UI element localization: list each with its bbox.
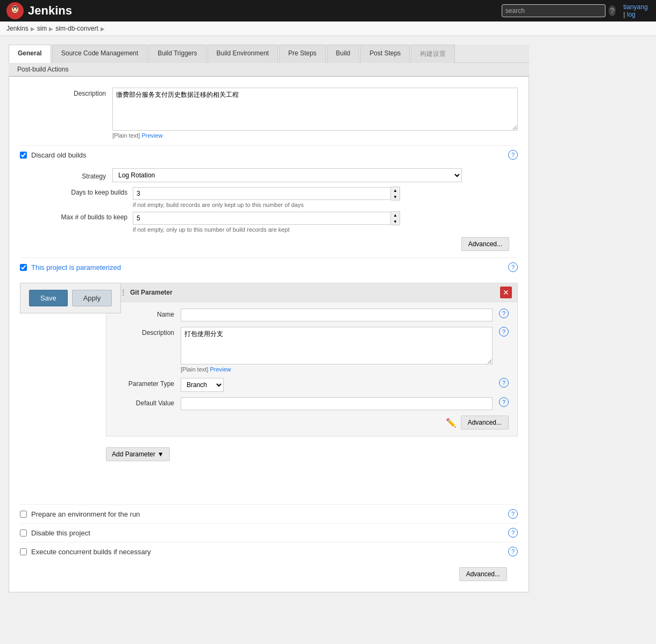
- prepare-env-checkbox[interactable]: [20, 511, 27, 518]
- git-param-name-control: git_branch: [181, 309, 493, 321]
- log-link[interactable]: log: [627, 11, 636, 18]
- parameterized-label[interactable]: This project is parameterized: [31, 263, 121, 271]
- disable-project-help-icon[interactable]: ?: [508, 528, 518, 538]
- breadcrumb-sep-2: ▶: [49, 26, 53, 32]
- git-param-default-control: origin/master: [181, 397, 493, 410]
- description-control: 缴费部分服务支付历史数据迁移的相关工程 [Plain text] Preview: [112, 88, 518, 139]
- days-label: Days to keep builds: [31, 187, 133, 196]
- git-param-body: Name git_branch ? Description 打包使用分支: [106, 302, 517, 436]
- max-input-wrapper: 5 ▲ ▼: [133, 211, 402, 225]
- advanced-btn-wrapper: Advanced...: [31, 237, 509, 251]
- git-advanced-button[interactable]: Advanced...: [461, 416, 509, 430]
- strategy-select[interactable]: Log Rotation: [112, 168, 462, 182]
- apply-button[interactable]: Apply: [72, 290, 112, 306]
- jenkins-icon: [6, 2, 24, 19]
- parameterized-left: This project is parameterized: [20, 263, 121, 271]
- jenkins-logo[interactable]: Jenkins: [6, 2, 72, 19]
- search-input[interactable]: [502, 4, 605, 17]
- days-spinner: ▲ ▼: [391, 187, 400, 201]
- tab-post-steps[interactable]: Post Steps: [360, 45, 410, 63]
- git-param-desc-control: 打包使用分支 [Plain text] Preview: [181, 327, 493, 373]
- tabs: General Source Code Management Build Tri…: [9, 45, 529, 63]
- days-up-btn[interactable]: ▲: [391, 187, 400, 194]
- action-buttons: Save Apply: [20, 283, 121, 313]
- bottom-advanced-wrapper: Advanced...: [20, 567, 518, 581]
- concurrent-builds-help-icon[interactable]: ?: [508, 547, 518, 556]
- desc-help-icon[interactable]: ?: [499, 327, 509, 337]
- tab-pre-steps[interactable]: Pre Steps: [279, 45, 326, 63]
- days-input[interactable]: 3: [133, 187, 391, 200]
- tab-build-env[interactable]: Build Environment: [208, 45, 278, 63]
- jenkins-title: Jenkins: [28, 4, 72, 18]
- tab-build-settings[interactable]: 构建设置: [411, 45, 455, 63]
- discard-help-icon[interactable]: ?: [508, 150, 518, 160]
- strategy-row: Strategy Log Rotation: [41, 168, 518, 182]
- description-label: Description: [20, 88, 106, 97]
- bottom-advanced-button[interactable]: Advanced...: [459, 567, 507, 581]
- description-format-hint: [Plain text] Preview: [112, 132, 518, 139]
- concurrent-builds-label[interactable]: Execute concurrent builds if necessary: [31, 548, 151, 556]
- help-icon[interactable]: ?: [609, 5, 616, 16]
- strategy-section: Strategy Log Rotation Days to keep build…: [31, 168, 518, 251]
- breadcrumb-jenkins[interactable]: Jenkins: [6, 25, 28, 32]
- git-param-desc-label: Description: [115, 327, 174, 337]
- git-preview-link[interactable]: Preview: [210, 366, 231, 373]
- git-param-type-control: Branch: [181, 378, 493, 392]
- strategy-label: Strategy: [41, 170, 106, 180]
- concurrent-builds-left: Execute concurrent builds if necessary: [20, 548, 151, 556]
- breadcrumb: Jenkins ▶ sim ▶ sim-db-convert ▶: [0, 22, 656, 36]
- max-label: Max # of builds to keep: [31, 211, 133, 221]
- param-type-select[interactable]: Branch: [181, 378, 224, 392]
- username-link[interactable]: tianyang: [623, 3, 647, 11]
- header: Jenkins ? tianyang | log: [0, 0, 656, 22]
- type-help-icon[interactable]: ?: [499, 378, 509, 388]
- disable-project-label[interactable]: Disable this project: [31, 529, 90, 537]
- discard-builds-section: Discard old builds ?: [20, 145, 518, 164]
- concurrent-builds-checkbox[interactable]: [20, 548, 27, 555]
- user-info: tianyang | log: [623, 3, 650, 18]
- max-spinner: ▲ ▼: [391, 211, 400, 225]
- breadcrumb-project[interactable]: sim-db-convert: [55, 25, 98, 32]
- git-param-desc-textarea[interactable]: 打包使用分支: [181, 327, 493, 364]
- parameterized-checkbox[interactable]: [20, 264, 27, 271]
- close-git-param-button[interactable]: ✕: [500, 287, 512, 298]
- description-textarea[interactable]: 缴费部分服务支付历史数据迁移的相关工程: [112, 88, 518, 131]
- edit-icon[interactable]: ✏️: [446, 418, 457, 428]
- tab-build-triggers[interactable]: Build Triggers: [148, 45, 206, 63]
- disable-project-checkbox[interactable]: [20, 529, 27, 536]
- days-control: 3 ▲ ▼ if not empty, build records are on…: [133, 187, 402, 208]
- discard-builds-checkbox[interactable]: [20, 152, 27, 159]
- prepare-env-help-icon[interactable]: ?: [508, 509, 518, 519]
- git-param-wrapper: ⋮⋮ Git Parameter ✕ Name git_branch: [106, 283, 518, 461]
- discard-builds-label[interactable]: Discard old builds: [31, 151, 87, 159]
- name-help-icon[interactable]: ?: [499, 309, 509, 318]
- max-down-btn[interactable]: ▼: [391, 218, 400, 225]
- git-param-name-input[interactable]: git_branch: [181, 309, 493, 321]
- add-param-label: Add Parameter: [112, 450, 155, 458]
- plain-text-label: [Plain text]: [112, 132, 140, 139]
- preview-link[interactable]: Preview: [141, 132, 162, 139]
- days-row: Days to keep builds 3 ▲ ▼ if not empty, …: [31, 187, 518, 208]
- tab-scm[interactable]: Source Code Management: [52, 45, 147, 63]
- max-row: Max # of builds to keep 5 ▲ ▼ if not emp…: [31, 211, 518, 233]
- advanced-button[interactable]: Advanced...: [461, 237, 509, 251]
- git-param-title-label: Git Parameter: [130, 289, 173, 296]
- save-button[interactable]: Save: [29, 290, 68, 306]
- days-down-btn[interactable]: ▼: [391, 194, 400, 200]
- default-help-icon[interactable]: ?: [499, 397, 509, 407]
- parameterized-help-icon[interactable]: ?: [508, 262, 518, 272]
- prepare-env-label[interactable]: Prepare an environment for the run: [31, 510, 140, 518]
- breadcrumb-sim[interactable]: sim: [37, 25, 47, 32]
- main-content: General Source Code Management Build Tri…: [0, 36, 538, 601]
- add-parameter-button[interactable]: Add Parameter ▼: [106, 447, 170, 461]
- max-up-btn[interactable]: ▲: [391, 212, 400, 218]
- disable-project-left: Disable this project: [20, 529, 90, 537]
- git-plain-text-label: [Plain text]: [181, 366, 208, 373]
- tab-general[interactable]: General: [9, 45, 51, 63]
- sub-tab-post-build[interactable]: Post-build Actions: [9, 63, 529, 76]
- max-hint: if not empty, only up to this number of …: [133, 226, 402, 233]
- max-input[interactable]: 5: [133, 212, 391, 225]
- tab-build[interactable]: Build: [327, 45, 360, 63]
- git-param-default-input[interactable]: origin/master: [181, 397, 493, 410]
- save-apply-wrapper: Save Apply ⋮⋮ Git Parameter ✕: [20, 283, 518, 461]
